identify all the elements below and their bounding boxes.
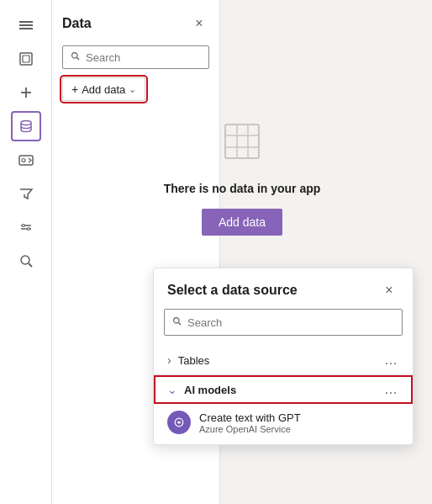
sidebar-item-tools[interactable] [11, 212, 41, 242]
select-panel-search-box[interactable] [164, 309, 403, 336]
add-data-button[interactable]: + Add data ⌄ [62, 77, 145, 101]
select-search-input[interactable] [187, 316, 395, 329]
chevron-down-icon: ⌄ [129, 84, 136, 95]
create-text-gpt-item[interactable]: Create text with GPT Azure OpenAI Servic… [154, 404, 413, 441]
gpt-icon [167, 411, 191, 434]
ai-models-row[interactable]: ⌄ AI models … [154, 375, 413, 404]
ai-models-chevron-icon: ⌄ [167, 383, 177, 396]
sidebar-item-media[interactable] [11, 145, 41, 175]
data-source-list: › Tables … ⌄ AI models … Create text wit… [154, 342, 413, 444]
panel-title: Data [62, 16, 92, 31]
select-data-source-panel: Select a data source × › Tables … ⌄ AI m… [153, 268, 414, 445]
svg-line-21 [178, 322, 181, 325]
hamburger-menu-icon[interactable] [11, 10, 41, 40]
gpt-item-name: Create text with GPT [199, 411, 301, 424]
svg-line-12 [29, 263, 32, 267]
sidebar-item-layers[interactable] [11, 44, 41, 74]
panel-close-button[interactable]: × [189, 13, 209, 34]
svg-point-9 [22, 225, 24, 227]
ai-models-label: AI models [184, 384, 384, 396]
data-search-box[interactable] [62, 45, 209, 69]
svg-point-10 [27, 228, 29, 231]
sidebar-item-data[interactable] [11, 111, 41, 141]
sidebar-item-search[interactable] [11, 246, 41, 276]
add-data-main-button[interactable]: Add data [202, 209, 282, 236]
svg-point-6 [22, 159, 25, 162]
tables-row[interactable]: › Tables … [154, 346, 413, 374]
no-data-area: There is no data in your app Add data [52, 118, 432, 236]
ai-models-more-icon[interactable]: … [384, 382, 399, 397]
select-panel-close-button[interactable]: × [379, 280, 399, 300]
no-data-message: There is no data in your app [164, 182, 321, 195]
search-icon [70, 50, 81, 64]
svg-point-4 [21, 121, 31, 125]
select-search-icon [171, 315, 182, 330]
select-panel-title: Select a data source [167, 283, 298, 298]
sidebar-item-add[interactable] [11, 77, 41, 108]
no-data-grid-icon [219, 118, 266, 168]
svg-rect-0 [20, 53, 32, 65]
svg-point-20 [174, 318, 180, 324]
gpt-item-description: Azure OpenAI Service [199, 424, 301, 434]
panel-header: Data × [62, 13, 209, 34]
svg-point-13 [72, 53, 78, 59]
add-data-label: Add data [82, 83, 125, 96]
svg-rect-1 [23, 56, 29, 62]
select-panel-header: Select a data source × [154, 268, 413, 309]
sidebar-item-filters[interactable] [11, 178, 41, 209]
data-search-input[interactable] [86, 51, 202, 64]
svg-rect-15 [225, 125, 259, 158]
tables-label: Tables [178, 354, 384, 367]
add-icon: + [71, 82, 78, 96]
svg-point-11 [21, 256, 29, 264]
sidebar [0, 0, 52, 504]
tables-chevron-icon: › [167, 353, 171, 367]
tables-more-icon[interactable]: … [384, 353, 399, 368]
svg-line-14 [76, 57, 79, 60]
